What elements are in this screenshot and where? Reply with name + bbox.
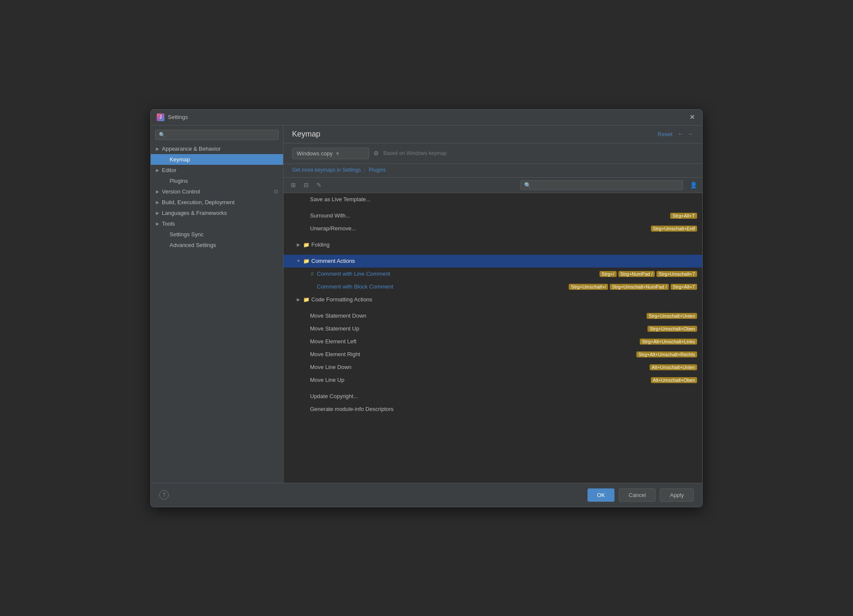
sidebar-item-label: Build, Execution, Deployment: [162, 199, 235, 205]
toolbar-search-icon: 🔍: [524, 182, 531, 188]
row-label: Save as Live Template...: [310, 196, 697, 202]
shortcut-tags: Strg+/Strg+NumPad /Strg+Umschalt+7: [599, 271, 697, 277]
shortcut-tag: Strg+NumPad /: [618, 271, 655, 277]
shortcut-tags: Strg+Alt+Umschalt+Rechts: [636, 351, 697, 357]
tree-row[interactable]: Unwrap/Remove...Strg+Umschalt+Entf: [283, 222, 702, 235]
tree-row[interactable]: Move Element LeftStrg+Alt+Umschalt+Links: [283, 335, 702, 348]
tree-row[interactable]: ▶📁Folding: [283, 238, 702, 251]
row-label: Comment with Block Comment: [317, 283, 569, 290]
chevron-icon: ▶: [156, 146, 159, 151]
keymap-selector-row: Windows copy ▾ ⚙ Based on Windows keymap: [283, 143, 702, 164]
forward-arrow[interactable]: →: [687, 130, 694, 138]
tree-row[interactable]: ▼📁Comment Actions: [283, 255, 702, 268]
tree-row[interactable]: Surround With...Strg+Alt+T: [283, 209, 702, 222]
collapse-all-icon[interactable]: ⊟: [301, 180, 311, 190]
sidebar-item-label: Advanced Settings: [170, 242, 216, 248]
sidebar-item-label: Editor: [162, 167, 176, 173]
shortcut-tags: Strg+Umschalt+/Strg+Umschalt+NumPad /Str…: [569, 284, 697, 290]
row-label: Move Line Down: [310, 364, 650, 370]
sidebar-item-label: Tools: [162, 220, 175, 227]
edit-icon[interactable]: ✎: [314, 180, 324, 190]
folder-icon: 📁: [303, 297, 310, 303]
sidebar-item-settings-sync[interactable]: Settings Sync: [151, 229, 283, 240]
shortcut-tag: Strg+Alt+Umschalt+Links: [640, 339, 697, 345]
shortcut-tag: Strg+Umschalt+/: [569, 284, 608, 290]
tree-row[interactable]: Move Statement UpStrg+Umschalt+Oben: [283, 322, 702, 335]
ok-button[interactable]: OK: [588, 488, 614, 502]
row-label: Comment Actions: [311, 258, 697, 264]
shortcut-tag: Strg+Umschalt+NumPad /: [610, 284, 669, 290]
tree-separator: [283, 387, 702, 390]
tree-content: Save as Live Template...Surround With...…: [283, 193, 702, 483]
sidebar-item-appearance[interactable]: ▶Appearance & Behavior: [151, 143, 283, 154]
tree-row[interactable]: Comment with Block CommentStrg+Umschalt+…: [283, 280, 702, 293]
gear-icon[interactable]: ⚙: [373, 150, 379, 157]
shortcut-tag: Strg+Umschalt+Oben: [647, 326, 697, 332]
sidebar-item-label: Version Control: [162, 188, 200, 195]
sidebar-item-languages[interactable]: ▶Languages & Frameworks: [151, 208, 283, 218]
shortcut-tags: Strg+Alt+T: [670, 213, 697, 219]
shortcut-tags: Strg+Umschalt+Unten: [647, 313, 697, 319]
tree-row[interactable]: Save as Live Template...: [283, 193, 702, 206]
sidebar-item-label: Languages & Frameworks: [162, 210, 227, 216]
toolbar-search[interactable]: 🔍: [520, 180, 683, 190]
apply-button[interactable]: Apply: [660, 488, 694, 502]
keymap-links-row: Get more keymaps in Settings | Plugins: [283, 164, 702, 178]
row-label: Update Copyright...: [310, 393, 697, 399]
plugins-link[interactable]: Plugins: [369, 167, 385, 173]
based-on-text: Based on Windows keymap: [383, 150, 447, 156]
sidebar-item-label: Appearance & Behavior: [162, 146, 221, 152]
row-label: Move Line Up: [310, 377, 651, 383]
close-button[interactable]: ✕: [688, 113, 696, 122]
shortcut-tags: Strg+Umschalt+Oben: [647, 326, 697, 332]
tree-row[interactable]: Move Statement DownStrg+Umschalt+Unten: [283, 309, 702, 322]
back-arrow[interactable]: ←: [677, 130, 684, 138]
nav-arrows: ← →: [677, 130, 694, 138]
row-label: Code Formatting Actions: [311, 296, 697, 303]
keymap-dropdown[interactable]: Windows copy ▾: [292, 148, 369, 159]
tree-row[interactable]: Move Element RightStrg+Alt+Umschalt+Rech…: [283, 348, 702, 361]
shortcut-tags: Strg+Alt+Umschalt+Links: [640, 339, 697, 345]
row-expand-icon: ▶: [295, 297, 301, 302]
tree-row[interactable]: ▶📁Code Formatting Actions: [283, 293, 702, 306]
sidebar-item-label: Settings Sync: [170, 231, 204, 238]
sidebar-item-plugins[interactable]: Plugins: [151, 176, 283, 186]
sidebar-item-keymap[interactable]: Keymap: [151, 154, 283, 165]
row-label: Generate module-info Descriptors: [310, 406, 697, 412]
right-panel: Keymap Reset ← → Windows copy ▾ ⚙ Based …: [283, 125, 702, 483]
shortcut-tag: Strg+Umschalt+7: [656, 271, 697, 277]
sidebar-item-version-control[interactable]: ▶Version Control⊡: [151, 186, 283, 197]
sidebar: 🔍 ▶Appearance & BehaviorKeymap▶EditorPlu…: [151, 125, 283, 483]
help-icon[interactable]: ?: [159, 490, 169, 500]
tree-row[interactable]: Move Line UpAlt+Umschalt+Oben: [283, 374, 702, 387]
tree-separator: [283, 251, 702, 255]
keymap-name: Windows copy: [297, 150, 333, 157]
tree-row[interactable]: //Comment with Line CommentStrg+/Strg+Nu…: [283, 268, 702, 280]
settings-link[interactable]: Get more keymaps in Settings: [292, 167, 361, 173]
tree-row[interactable]: Update Copyright...: [283, 390, 702, 403]
tree-row[interactable]: Generate module-info Descriptors: [283, 403, 702, 416]
sidebar-search[interactable]: 🔍: [155, 130, 279, 140]
row-label: Folding: [311, 241, 697, 248]
reset-button[interactable]: Reset: [658, 131, 672, 137]
settings-dialog: J Settings ✕ 🔍 ▶Appearance & BehaviorKey…: [150, 109, 703, 507]
sidebar-item-build[interactable]: ▶Build, Execution, Deployment: [151, 197, 283, 208]
folder-icon: 📁: [303, 258, 310, 264]
sidebar-item-editor[interactable]: ▶Editor: [151, 165, 283, 176]
panel-header: Keymap Reset ← →: [283, 125, 702, 143]
sidebar-search-input[interactable]: [168, 132, 275, 138]
sidebar-item-tools[interactable]: ▶Tools: [151, 218, 283, 229]
row-label: Move Element Left: [310, 338, 640, 345]
user-icon[interactable]: 👤: [690, 182, 697, 188]
bottom-buttons: OK Cancel Apply: [588, 488, 694, 502]
chevron-icon: ▶: [156, 189, 159, 194]
cancel-button[interactable]: Cancel: [619, 488, 656, 502]
toolbar-search-input[interactable]: [534, 182, 679, 188]
sidebar-item-label: Keymap: [170, 156, 190, 163]
folder-icon: 📁: [303, 242, 310, 248]
vcs-icon: ⊡: [274, 189, 278, 194]
sidebar-item-advanced[interactable]: Advanced Settings: [151, 240, 283, 250]
expand-all-icon[interactable]: ⊞: [289, 180, 298, 190]
row-label: Comment with Line Comment: [317, 271, 599, 277]
tree-row[interactable]: Move Line DownAlt+Umschalt+Unten: [283, 361, 702, 374]
